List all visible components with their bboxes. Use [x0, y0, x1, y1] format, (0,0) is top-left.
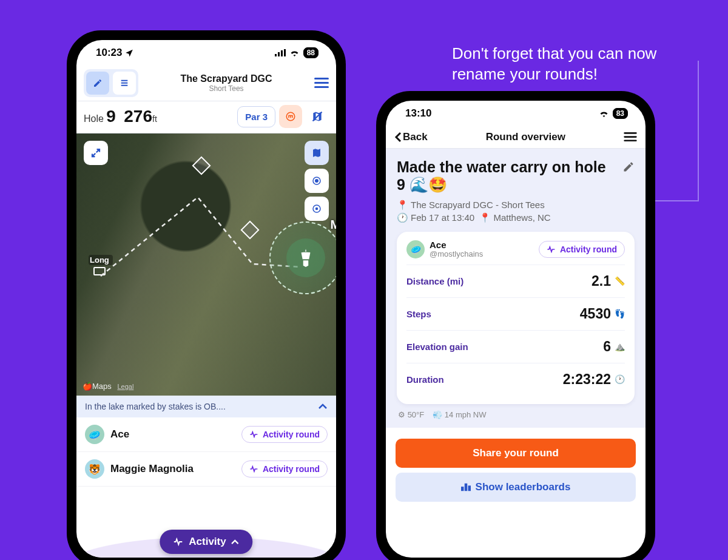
callout-line [698, 61, 699, 200]
location-arrow-icon [125, 49, 133, 57]
map-layers-button[interactable] [305, 141, 329, 165]
activity-round-tag[interactable]: Activity round [241, 460, 328, 477]
course-subtitle: Short Tees [180, 84, 272, 93]
svg-rect-4 [314, 78, 329, 79]
player-name: Ace [110, 428, 129, 440]
share-round-button[interactable]: Share your round [396, 439, 636, 468]
stat-value-distance: 2.1 [592, 273, 611, 289]
weather-info: ⚙ 50°F 💨 14 mph NW [398, 410, 633, 419]
stat-label-duration: Duration [406, 374, 444, 385]
user-handle: @mostlychains [430, 249, 483, 258]
stat-label-elevation: Elevation gain [406, 342, 468, 352]
svg-rect-5 [314, 82, 329, 84]
status-bar: 10:23 88 [76, 40, 336, 66]
round-name: Made the water carry on hole 9 🌊🤩 [397, 158, 635, 194]
phone-right: 13:10 83 Back Round overview Made the wa… [376, 91, 655, 560]
list-mode-button[interactable] [113, 72, 136, 95]
phone-left: 10:23 88 [67, 30, 346, 560]
fab-label: Activity [189, 536, 226, 548]
app-header: The Scrapyard DGC Short Tees [76, 66, 336, 101]
svg-rect-13 [624, 132, 636, 134]
back-button[interactable]: Back [394, 131, 428, 143]
activity-fab-button[interactable]: Activity [160, 530, 252, 554]
clock-icon: 🕐 [397, 212, 408, 223]
map-toggle-button[interactable] [306, 105, 329, 128]
hole-number: 9 [106, 107, 116, 126]
user-name: Ace [430, 240, 483, 249]
activity-tag-label: Activity round [560, 245, 617, 254]
avatar: 🥏 [406, 240, 425, 258]
status-time: 10:23 [96, 47, 122, 59]
hole-bar: Hole 9 276ft Par 3 [76, 101, 336, 133]
map-attribution: 🍎Maps Legal [83, 382, 133, 391]
svg-rect-2 [281, 50, 283, 56]
ruler-icon: 📏 [615, 276, 625, 286]
activity-round-tag[interactable]: Activity round [241, 426, 328, 443]
wifi-icon [289, 49, 300, 56]
pin-icon: 📍 [397, 200, 408, 210]
svg-rect-15 [624, 140, 636, 141]
status-bar: 13:10 83 [386, 101, 645, 126]
hole-note[interactable]: In the lake marked by stakes is OB.... [76, 396, 336, 417]
pulse-icon [249, 431, 259, 438]
wind-icon: 💨 [433, 410, 442, 419]
battery-icon: 83 [613, 108, 628, 119]
course-title: The Scrapyard DGC [180, 73, 272, 84]
player-row[interactable]: 🥏 Ace Activity round [76, 417, 336, 452]
apple-logo-icon: 🍎 [83, 382, 92, 391]
hole-label: Hole [84, 113, 104, 124]
basket-mode-button[interactable] [279, 105, 302, 128]
basket-icon [286, 238, 325, 277]
stat-label-steps: Steps [406, 309, 431, 319]
svg-rect-0 [275, 54, 277, 56]
leaderboard-label: Show leaderboards [476, 481, 571, 493]
status-time: 13:10 [405, 107, 431, 120]
datetime-meta: 🕐Feb 17 at 13:40 📍Matthews, NC [397, 212, 635, 223]
svg-rect-17 [464, 483, 467, 490]
show-leaderboards-button[interactable]: Show leaderboards [396, 473, 636, 502]
page-title: Round overview [486, 131, 565, 143]
avatar: 🐯 [85, 459, 104, 479]
activity-round-tag[interactable]: Activity round [539, 241, 625, 258]
expand-map-button[interactable] [84, 141, 108, 165]
player-name: Maggie Magnolia [110, 463, 194, 475]
leaderboard-icon [461, 483, 471, 491]
avatar: 🥏 [85, 425, 104, 444]
chevron-up-icon [231, 539, 240, 545]
stats-card: 🥏 Ace @mostlychains Activity round [397, 232, 635, 404]
map-legal-link[interactable]: Legal [117, 383, 133, 390]
wifi-icon [599, 110, 609, 117]
footsteps-icon: 👣 [615, 309, 625, 319]
edit-name-button[interactable] [622, 161, 635, 173]
svg-rect-16 [461, 487, 463, 491]
svg-rect-1 [278, 52, 280, 56]
stat-value-duration: 2:23:22 [563, 371, 611, 388]
gear-icon: ⚙ [398, 410, 405, 419]
pulse-icon [173, 538, 184, 546]
menu-button[interactable] [314, 78, 329, 89]
par-button[interactable]: Par 3 [237, 106, 275, 127]
hole-unit: ft [152, 114, 157, 124]
svg-rect-18 [468, 485, 470, 491]
map-area[interactable]: Long Main 🍎Maps Legal [76, 133, 336, 396]
battery-icon: 88 [303, 47, 318, 58]
rename-hint: Don't forget that you can now rename you… [452, 44, 695, 85]
svg-rect-6 [314, 86, 329, 88]
pulse-icon [547, 246, 556, 253]
svg-rect-3 [284, 49, 286, 56]
basket-target[interactable]: Main [269, 221, 336, 294]
menu-button[interactable] [624, 132, 637, 142]
overview-header: Back Round overview [386, 126, 645, 149]
hole-note-text: In the lake marked by stakes is OB.... [85, 402, 226, 411]
location-icon: 📍 [479, 212, 491, 223]
activity-tag-label: Activity round [263, 430, 320, 439]
edit-mode-button[interactable] [86, 72, 109, 95]
chevron-up-icon [318, 403, 328, 410]
svg-rect-14 [624, 136, 636, 138]
pulse-icon [249, 465, 259, 473]
player-row[interactable]: 🐯 Maggie Magnolia Activity round [76, 452, 336, 487]
elevation-icon: ⛰️ [615, 342, 625, 351]
stat-value-steps: 4530 [580, 306, 611, 322]
hole-distance: 276 [124, 107, 152, 126]
course-meta: 📍The Scrapyard DGC - Short Tees [397, 200, 635, 211]
